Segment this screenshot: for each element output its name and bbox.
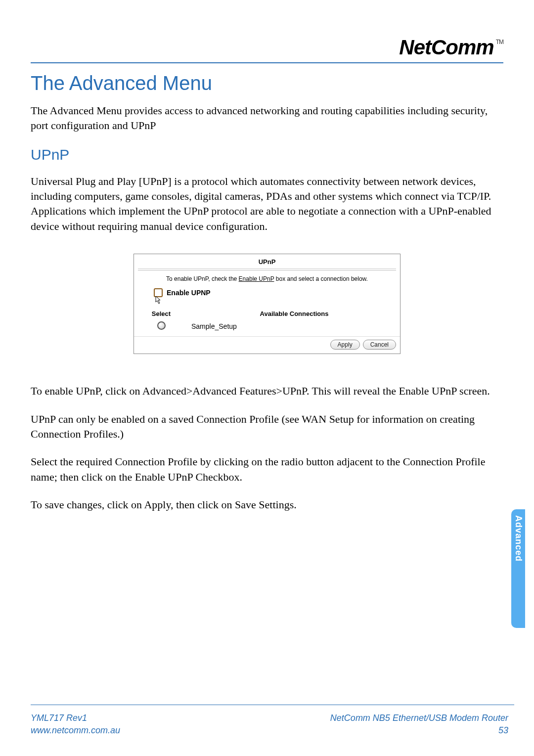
enable-upnp-label: Enable UPNP (167, 289, 211, 297)
footer-rule (31, 705, 514, 705)
page-title: The Advanced Menu (31, 72, 503, 94)
cancel-button[interactable]: Cancel (363, 340, 396, 350)
upnp-instruction: To enable UPnP, check the Enable UPnP bo… (134, 270, 400, 286)
brand-rule (31, 62, 503, 63)
upnp-panel-title: UPnP (134, 254, 400, 268)
brand-row: NetComm TM (31, 30, 503, 59)
apply-button[interactable]: Apply (330, 340, 360, 350)
connection-row: Sample_Setup (134, 319, 400, 336)
side-tab-label: Advanced (513, 509, 524, 562)
after-p3: Select the required Connection Profile b… (31, 454, 503, 485)
upnp-panel: UPnP To enable UPnP, check the Enable UP… (134, 254, 400, 354)
col-select: Select (134, 310, 188, 317)
page-footer: YML717 Rev1 www.netcomm.com.au NetComm N… (31, 712, 508, 736)
connections-header: Select Available Connections (134, 307, 400, 319)
brand-tm: TM (496, 39, 503, 45)
after-p4: To save changes, click on Apply, then cl… (31, 497, 503, 512)
instr-underline: Enable UPnP (239, 275, 274, 282)
connection-radio[interactable] (157, 321, 166, 330)
section-heading-upnp: UPnP (31, 146, 503, 163)
brand-name: NetComm (399, 36, 493, 59)
upnp-description: Universal Plug and Play [UPnP] is a prot… (31, 174, 503, 234)
footer-url: www.netcomm.com.au (31, 724, 120, 736)
connection-name: Sample_Setup (188, 322, 237, 330)
footer-doc-id: YML717 Rev1 (31, 712, 120, 724)
brand-logo: NetComm TM (399, 36, 503, 59)
after-p1: To enable UPnP, click on Advanced>Advanc… (31, 384, 503, 399)
footer-product: NetComm NB5 Ethernet/USB Modem Router (330, 712, 508, 724)
cursor-icon (153, 295, 163, 308)
side-tab-advanced: Advanced (511, 509, 525, 628)
instr-pre: To enable UPnP, check the (166, 275, 239, 282)
instr-post: box and select a connection below. (274, 275, 367, 282)
col-available: Available Connections (188, 310, 400, 317)
intro-paragraph: The Advanced Menu provides access to adv… (31, 103, 503, 133)
footer-page: 53 (330, 724, 508, 736)
after-p2: UPnP can only be enabled on a saved Conn… (31, 412, 503, 442)
